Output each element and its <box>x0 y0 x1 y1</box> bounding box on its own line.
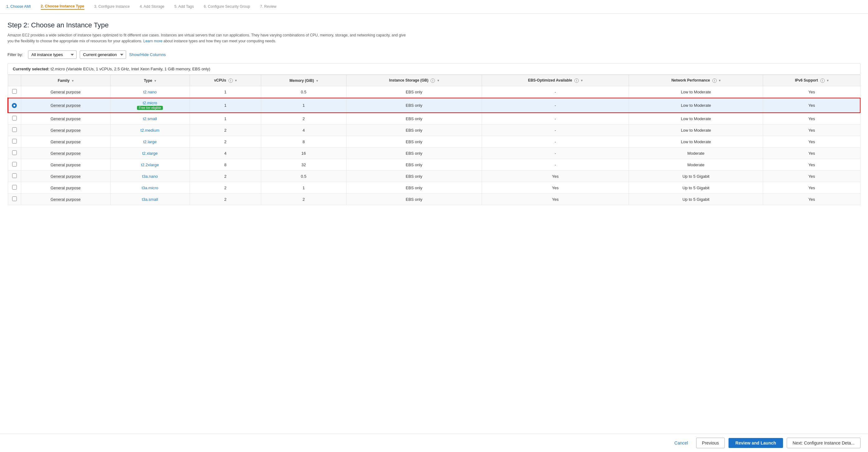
row-select-cell[interactable] <box>8 170 21 182</box>
ipv6-cell: Yes <box>763 136 861 148</box>
nav-step-7[interactable]: 7. Review <box>260 4 276 9</box>
nav-step-3[interactable]: 3. Configure Instance <box>94 4 130 9</box>
type-cell[interactable]: t2.large <box>110 136 190 148</box>
col-memory[interactable]: Memory (GiB) ▾ <box>261 75 346 86</box>
nav-step-6[interactable]: 6. Configure Security Group <box>204 4 250 9</box>
row-select-cell[interactable] <box>8 125 21 136</box>
memory-cell: 8 <box>261 136 346 148</box>
generation-filter[interactable]: Current generation All generations <box>80 51 126 59</box>
storage-cell: EBS only <box>346 125 482 136</box>
nav-step-4[interactable]: 4. Add Storage <box>140 4 164 9</box>
type-cell[interactable]: t2.microFree tier eligible <box>110 98 190 113</box>
family-sort-icon[interactable]: ▾ <box>72 79 73 83</box>
type-cell[interactable]: t3a.small <box>110 194 190 205</box>
vcpus-cell: 2 <box>190 136 261 148</box>
row-checkbox[interactable] <box>12 89 17 94</box>
storage-info-icon[interactable]: i <box>431 78 435 83</box>
nav-step-5[interactable]: 5. Add Tags <box>174 4 194 9</box>
col-ebs[interactable]: EBS-Optimized Available i ▾ <box>482 75 629 86</box>
ipv6-info-icon[interactable]: i <box>820 78 825 83</box>
table-row[interactable]: General purposet2.small12EBS only-Low to… <box>8 113 861 125</box>
col-network[interactable]: Network Performance i ▾ <box>629 75 763 86</box>
storage-cell: EBS only <box>346 113 482 125</box>
table-row[interactable]: General purposet3a.micro21EBS onlyYesUp … <box>8 182 861 194</box>
selected-radio[interactable] <box>12 103 17 108</box>
table-row[interactable]: General purposet2.xlarge416EBS only-Mode… <box>8 148 861 159</box>
ipv6-cell: Yes <box>763 86 861 98</box>
row-select-cell[interactable] <box>8 159 21 170</box>
ebs-cell: Yes <box>482 194 629 205</box>
col-storage[interactable]: Instance Storage (GB) i ▾ <box>346 75 482 86</box>
network-cell: Up to 5 Gigabit <box>629 194 763 205</box>
type-cell[interactable]: t2.2xlarge <box>110 159 190 170</box>
table-row[interactable]: General purposet2.large28EBS only-Low to… <box>8 136 861 148</box>
storage-cell: EBS only <box>346 159 482 170</box>
network-info-icon[interactable]: i <box>712 78 717 83</box>
col-vcpus[interactable]: vCPUs i ▾ <box>190 75 261 86</box>
table-row[interactable]: General purposet2.microFree tier eligibl… <box>8 98 861 113</box>
ebs-sort-icon[interactable]: ▾ <box>581 79 583 82</box>
table-row[interactable]: General purposet2.2xlarge832EBS only-Mod… <box>8 159 861 170</box>
instance-type-filter[interactable]: All instance types Current generation Pr… <box>28 51 76 59</box>
storage-cell: EBS only <box>346 86 482 98</box>
network-cell: Low to Moderate <box>629 86 763 98</box>
col-type[interactable]: Type ▾ <box>110 75 190 86</box>
type-cell[interactable]: t2.small <box>110 113 190 125</box>
vcpus-info-icon[interactable]: i <box>228 78 233 83</box>
nav-step-2[interactable]: 2. Choose Instance Type <box>41 4 84 10</box>
row-select-cell[interactable] <box>8 86 21 98</box>
storage-cell: EBS only <box>346 170 482 182</box>
row-checkbox[interactable] <box>12 116 17 121</box>
type-cell[interactable]: t3a.nano <box>110 170 190 182</box>
ipv6-cell: Yes <box>763 148 861 159</box>
ebs-info-icon[interactable]: i <box>575 78 579 83</box>
show-hide-columns-link[interactable]: Show/Hide Columns <box>129 52 166 57</box>
storage-sort-icon[interactable]: ▾ <box>437 79 439 82</box>
instance-table: Family ▾ Type ▾ vCPUs i ▾ Memory (GiB) ▾ <box>7 75 861 205</box>
network-sort-icon[interactable]: ▾ <box>719 79 720 82</box>
memory-cell: 1 <box>261 98 346 113</box>
type-cell[interactable]: t2.medium <box>110 125 190 136</box>
vcpus-sort-icon[interactable]: ▾ <box>235 79 237 82</box>
row-select-cell[interactable] <box>8 113 21 125</box>
network-cell: Low to Moderate <box>629 98 763 113</box>
network-cell: Up to 5 Gigabit <box>629 170 763 182</box>
storage-cell: EBS only <box>346 136 482 148</box>
col-family[interactable]: Family ▾ <box>21 75 110 86</box>
type-cell[interactable]: t3a.micro <box>110 182 190 194</box>
row-checkbox[interactable] <box>12 139 17 143</box>
storage-cell: EBS only <box>346 194 482 205</box>
table-row[interactable]: General purposet3a.nano20.5EBS onlyYesUp… <box>8 170 861 182</box>
col-ipv6[interactable]: IPv6 Support i ▾ <box>763 75 861 86</box>
type-sort-icon[interactable]: ▾ <box>154 79 156 83</box>
family-cell: General purpose <box>21 182 110 194</box>
row-select-cell[interactable] <box>8 194 21 205</box>
memory-sort-icon[interactable]: ▾ <box>316 79 318 83</box>
type-cell[interactable]: t2.xlarge <box>110 148 190 159</box>
row-checkbox[interactable] <box>12 173 17 178</box>
row-select-cell[interactable] <box>8 98 21 113</box>
row-checkbox[interactable] <box>12 196 17 201</box>
row-select-cell[interactable] <box>8 148 21 159</box>
nav-step-1[interactable]: 1. Choose AMI <box>6 4 31 9</box>
ebs-cell: - <box>482 113 629 125</box>
vcpus-cell: 2 <box>190 125 261 136</box>
row-checkbox[interactable] <box>12 185 17 190</box>
page-title: Step 2: Choose an Instance Type <box>7 21 861 29</box>
ipv6-cell: Yes <box>763 182 861 194</box>
table-row[interactable]: General purposet2.medium24EBS only-Low t… <box>8 125 861 136</box>
family-cell: General purpose <box>21 125 110 136</box>
row-checkbox[interactable] <box>12 127 17 132</box>
memory-cell: 4 <box>261 125 346 136</box>
type-cell[interactable]: t2.nano <box>110 86 190 98</box>
ipv6-sort-icon[interactable]: ▾ <box>827 79 829 82</box>
row-select-cell[interactable] <box>8 136 21 148</box>
row-select-cell[interactable] <box>8 182 21 194</box>
learn-more-link[interactable]: Learn more <box>143 39 162 43</box>
row-checkbox[interactable] <box>12 162 17 166</box>
table-row[interactable]: General purposet2.nano10.5EBS only-Low t… <box>8 86 861 98</box>
family-cell: General purpose <box>21 194 110 205</box>
table-row[interactable]: General purposet3a.small22EBS onlyYesUp … <box>8 194 861 205</box>
selected-prefix: Currently selected: <box>13 67 50 71</box>
row-checkbox[interactable] <box>12 150 17 155</box>
